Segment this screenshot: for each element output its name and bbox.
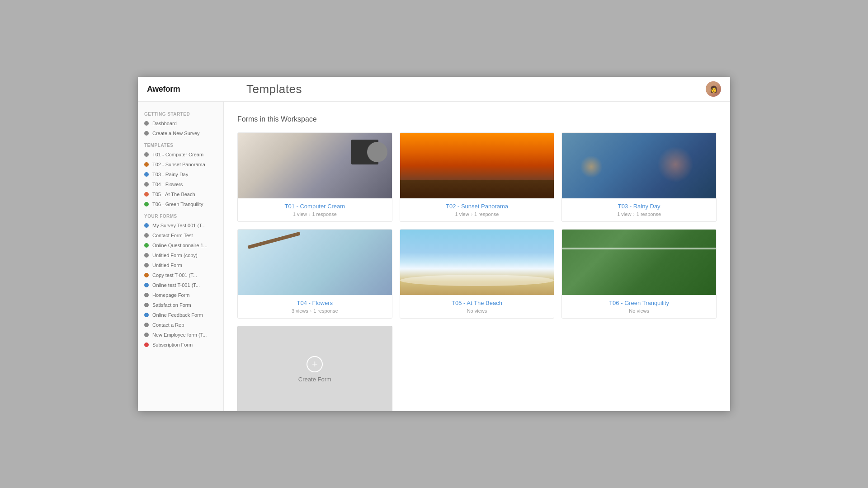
sidebar-item-label: T01 - Computer Cream [152, 152, 203, 157]
sidebar-section-label: Templates [138, 138, 223, 150]
sidebar-item-form-6[interactable]: Online test T-001 (T... [138, 280, 223, 290]
sidebar: Getting Started Dashboard Create a New S… [138, 102, 224, 411]
sidebar-dot [144, 152, 149, 157]
form-card-stats-t05: No views [406, 308, 548, 314]
sidebar-dot [144, 253, 149, 258]
sidebar-dot [144, 182, 149, 187]
sidebar-item-label: Online Questionnaire 1... [152, 243, 208, 248]
main-content: Forms in this Workspace T01 - Computer C… [224, 102, 730, 411]
form-card-stats-t04: 3 views › 1 response [244, 308, 386, 314]
sidebar-item-t02[interactable]: T02 - Sunset Panorama [138, 160, 223, 169]
sidebar-item-form-8[interactable]: Satisfaction Form [138, 300, 223, 310]
sidebar-dot [144, 131, 149, 136]
sidebar-item-label: Dashboard [152, 121, 177, 126]
sidebar-item-label: Contact Form Test [152, 233, 193, 238]
form-card-t01[interactable]: T01 - Computer Cream 1 view › 1 response [237, 132, 392, 222]
form-views-t06: No views [629, 308, 649, 314]
form-card-stats-t03: 1 view › 1 response [568, 211, 710, 217]
sidebar-section-templates: Templates T01 - Computer Cream T02 - Sun… [138, 138, 223, 209]
sidebar-section-getting-started: Getting Started Dashboard Create a New S… [138, 107, 223, 138]
sidebar-item-t04[interactable]: T04 - Flowers [138, 179, 223, 189]
avatar-image: 👩 [706, 81, 721, 97]
sidebar-item-form-10[interactable]: Contact a Rep [138, 320, 223, 330]
sidebar-item-label: Create a New Survey [152, 131, 200, 136]
sidebar-item-t01[interactable]: T01 - Computer Cream [138, 150, 223, 160]
form-card-title-t03: T03 - Rainy Day [568, 203, 710, 210]
form-card-image-t02 [400, 133, 554, 198]
stats-separator: › [471, 212, 472, 217]
form-card-t05[interactable]: T05 - At The Beach No views [400, 229, 555, 319]
sidebar-item-form-5[interactable]: Copy test T-001 (T... [138, 270, 223, 280]
form-card-info-t06: T06 - Green Tranquility No views [562, 295, 716, 318]
sidebar-item-t05[interactable]: T05 - At The Beach [138, 189, 223, 199]
avatar[interactable]: 👩 [706, 81, 721, 97]
sidebar-dot [144, 303, 149, 307]
form-views-t05: No views [467, 308, 487, 314]
sidebar-item-form-4[interactable]: Untitled Form [138, 260, 223, 270]
sidebar-item-form-9[interactable]: Online Feedback Form [138, 310, 223, 320]
form-card-t04[interactable]: T04 - Flowers 3 views › 1 response [237, 229, 392, 319]
sidebar-item-t03[interactable]: T03 - Rainy Day [138, 169, 223, 179]
form-card-title-t01: T01 - Computer Cream [244, 203, 386, 210]
create-form-card[interactable]: + Create Form [237, 326, 392, 411]
sidebar-item-label: T03 - Rainy Day [152, 172, 188, 177]
sidebar-dot [144, 233, 149, 238]
form-card-title-t04: T04 - Flowers [244, 300, 386, 306]
sidebar-dot [144, 162, 149, 167]
sidebar-item-form-11[interactable]: New Employee form (T... [138, 330, 223, 340]
sidebar-dot [144, 293, 149, 297]
sidebar-item-t06[interactable]: T06 - Green Tranquility [138, 199, 223, 209]
sidebar-item-label: New Employee form (T... [152, 332, 207, 338]
form-card-t03[interactable]: T03 - Rainy Day 1 view › 1 response [561, 132, 717, 222]
app-logo: Aweform [147, 84, 180, 94]
form-card-t06[interactable]: T06 - Green Tranquility No views [561, 229, 717, 319]
section-title: Forms in this Workspace [237, 115, 717, 123]
create-form-plus-icon: + [307, 356, 323, 372]
form-responses-t02: 1 response [474, 211, 499, 217]
sidebar-section-your-forms: Your Forms My Survey Test 001 (T... Cont… [138, 209, 223, 350]
sidebar-dot [144, 172, 149, 177]
sidebar-dot [144, 273, 149, 277]
sidebar-dot [144, 263, 149, 267]
stats-separator: › [633, 212, 634, 217]
sidebar-item-form-0[interactable]: My Survey Test 001 (T... [138, 221, 223, 230]
form-card-t02[interactable]: T02 - Sunset Panorama 1 view › 1 respons… [400, 132, 555, 222]
sidebar-dot [144, 202, 149, 206]
sidebar-item-label: T05 - At The Beach [152, 192, 195, 197]
sidebar-section-label: Getting Started [138, 107, 223, 118]
sidebar-dot [144, 313, 149, 317]
sidebar-item-form-7[interactable]: Homepage Form [138, 290, 223, 300]
sidebar-item-form-3[interactable]: Untitled Form (copy) [138, 250, 223, 260]
form-views-t03: 1 view [617, 211, 631, 217]
sidebar-item-label: Untitled Form [152, 263, 182, 268]
form-card-info-t01: T01 - Computer Cream 1 view › 1 response [238, 198, 392, 221]
sidebar-item-dashboard[interactable]: Dashboard [138, 118, 223, 128]
form-views-t04: 3 views [292, 308, 308, 314]
sidebar-item-label: Online Feedback Form [152, 312, 203, 318]
form-card-image-t04 [238, 230, 392, 295]
sidebar-item-form-2[interactable]: Online Questionnaire 1... [138, 240, 223, 250]
form-responses-t04: 1 response [313, 308, 338, 314]
header: Aweform Templates 👩 [138, 77, 730, 102]
form-card-info-t05: T05 - At The Beach No views [400, 295, 554, 318]
forms-grid: T01 - Computer Cream 1 view › 1 response… [237, 132, 717, 411]
form-card-info-t02: T02 - Sunset Panorama 1 view › 1 respons… [400, 198, 554, 221]
form-card-title-t05: T05 - At The Beach [406, 300, 548, 306]
sidebar-item-label: Satisfaction Form [152, 302, 191, 308]
page-title: Templates [246, 82, 302, 96]
sidebar-item-label: T06 - Green Tranquility [152, 202, 203, 207]
form-card-info-t04: T04 - Flowers 3 views › 1 response [238, 295, 392, 318]
form-card-stats-t06: No views [568, 308, 710, 314]
app-body: Getting Started Dashboard Create a New S… [138, 102, 730, 411]
sidebar-item-label: T04 - Flowers [152, 182, 183, 187]
form-card-image-t01 [238, 133, 392, 198]
create-form-label: Create Form [298, 376, 331, 383]
sidebar-item-label: Homepage Form [152, 292, 190, 298]
sidebar-section-label: Your Forms [138, 209, 223, 221]
form-responses-t01: 1 response [312, 211, 336, 217]
sidebar-dot [144, 323, 149, 327]
sidebar-item-create-survey[interactable]: Create a New Survey [138, 128, 223, 138]
sidebar-item-form-12[interactable]: Subscription Form [138, 340, 223, 350]
sidebar-item-form-1[interactable]: Contact Form Test [138, 230, 223, 240]
form-card-info-t03: T03 - Rainy Day 1 view › 1 response [562, 198, 716, 221]
